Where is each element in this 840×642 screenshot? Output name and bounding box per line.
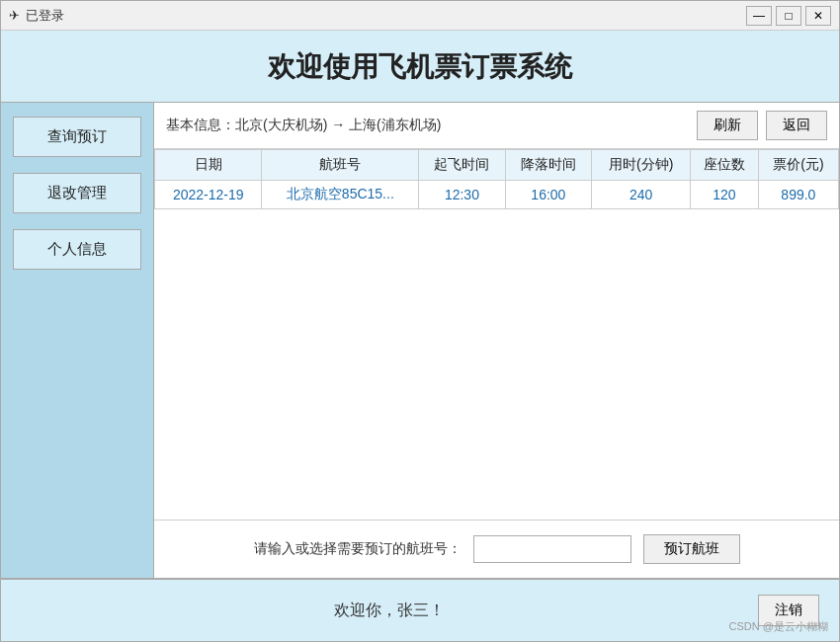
flight-table-container: 日期 航班号 起飞时间 降落时间 用时(分钟) 座位数 票价(元) 2022-1… (154, 149, 839, 520)
table-cell: 240 (592, 181, 691, 209)
booking-input-bar: 请输入或选择需要预订的航班号： 预订航班 (154, 520, 839, 578)
titlebar-controls: — □ ✕ (746, 6, 831, 26)
main-area: 查询预订 退改管理 个人信息 基本信息：北京(大庆机场) → 上海(浦东机场) … (1, 103, 839, 578)
col-arrive: 降落时间 (505, 150, 591, 181)
footer: 欢迎你，张三！ 注销 (1, 578, 839, 641)
input-label: 请输入或选择需要预订的航班号： (254, 540, 462, 558)
table-header-row: 日期 航班号 起飞时间 降落时间 用时(分钟) 座位数 票价(元) (155, 150, 839, 181)
refresh-button[interactable]: 刷新 (697, 111, 758, 140)
sidebar: 查询预订 退改管理 个人信息 (1, 103, 154, 578)
sidebar-item-refund-label: 退改管理 (47, 184, 107, 201)
plane-icon: ✈ (9, 8, 20, 23)
table-cell: 2022-12-19 (155, 181, 262, 209)
welcome-message: 欢迎你，张三！ (21, 601, 758, 621)
minimize-button[interactable]: — (746, 6, 772, 26)
content-area: 基本信息：北京(大庆机场) → 上海(浦东机场) 刷新 返回 日期 航班号 起飞… (154, 103, 839, 578)
table-row[interactable]: 2022-12-19北京航空85C15...12:3016:0024012089… (155, 181, 839, 209)
sidebar-item-refund[interactable]: 退改管理 (13, 173, 141, 213)
col-price: 票价(元) (758, 150, 838, 181)
maximize-button[interactable]: □ (776, 6, 801, 26)
table-cell: 北京航空85C15... (262, 181, 419, 209)
login-status: 已登录 (26, 7, 64, 25)
table-cell: 12:30 (419, 181, 505, 209)
titlebar: ✈ 已登录 — □ ✕ (1, 1, 839, 31)
flight-table: 日期 航班号 起飞时间 降落时间 用时(分钟) 座位数 票价(元) 2022-1… (154, 149, 839, 209)
col-seats: 座位数 (691, 150, 759, 181)
sidebar-item-profile[interactable]: 个人信息 (13, 229, 141, 270)
table-cell: 899.0 (758, 181, 838, 209)
content-header: 基本信息：北京(大庆机场) → 上海(浦东机场) 刷新 返回 (154, 103, 839, 149)
book-button[interactable]: 预订航班 (643, 534, 740, 564)
sidebar-item-query-label: 查询预订 (47, 127, 107, 144)
col-flight-no: 航班号 (262, 150, 419, 181)
flight-no-input[interactable] (473, 535, 631, 563)
sidebar-item-profile-label: 个人信息 (47, 240, 107, 257)
main-window: ✈ 已登录 — □ ✕ 欢迎使用飞机票订票系统 查询预订 退改管理 个人信息 (0, 0, 840, 642)
sidebar-item-query[interactable]: 查询预订 (13, 117, 141, 157)
col-date: 日期 (155, 150, 262, 181)
app-title: 欢迎使用飞机票订票系统 (268, 51, 572, 82)
watermark: CSDN @是云小糊糊 (729, 619, 828, 634)
app-header: 欢迎使用飞机票订票系统 (1, 31, 839, 103)
route-info: 基本信息：北京(大庆机场) → 上海(浦东机场) (166, 117, 441, 134)
back-button[interactable]: 返回 (766, 111, 827, 140)
close-button[interactable]: ✕ (805, 6, 831, 26)
header-buttons: 刷新 返回 (697, 111, 827, 140)
col-duration: 用时(分钟) (592, 150, 691, 181)
titlebar-left: ✈ 已登录 (9, 7, 64, 25)
table-cell: 16:00 (505, 181, 591, 209)
col-depart: 起飞时间 (419, 150, 505, 181)
table-cell: 120 (691, 181, 759, 209)
